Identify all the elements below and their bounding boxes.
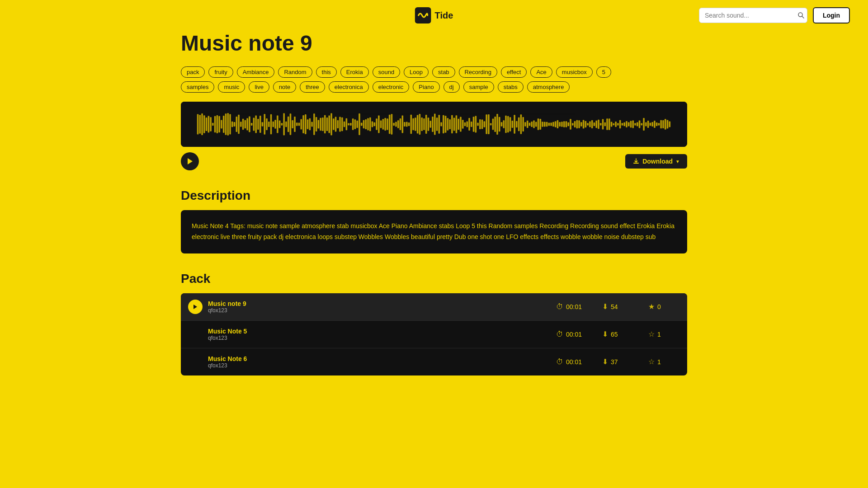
row-play-button[interactable] [188,300,203,314]
svg-rect-200 [619,120,621,128]
svg-rect-214 [650,123,651,126]
download-count-icon: ⬇ [602,302,608,311]
svg-rect-9 [208,116,210,132]
svg-rect-89 [380,120,382,128]
download-button[interactable]: Download ▼ [625,154,687,169]
svg-rect-222 [667,120,669,128]
description-box: Music Note 4 Tags: music note sample atm… [181,210,687,253]
svg-rect-212 [645,122,647,126]
svg-rect-40 [274,120,276,129]
play-button[interactable] [181,152,199,170]
row-title: Music note 9 [208,300,551,307]
tag[interactable]: music [218,81,245,93]
row-downloads: ⬇ 54 [602,302,634,311]
tag[interactable]: fruity [208,66,233,78]
download-count-icon: ⬇ [602,330,608,338]
tag[interactable]: 5 [596,66,611,78]
svg-rect-137 [484,121,486,127]
svg-rect-155 [522,117,524,131]
tag[interactable]: stab [432,66,455,78]
tag[interactable]: Ace [530,66,552,78]
tag[interactable]: sound [373,66,400,78]
svg-rect-84 [369,117,371,131]
svg-rect-42 [279,120,281,128]
tag[interactable]: Ambiance [237,66,275,78]
row-info: Music note 9 qfox123 [208,300,551,314]
tag[interactable]: atmosphere [527,81,570,93]
tag[interactable]: Random [278,66,312,78]
svg-rect-4 [197,114,199,135]
svg-rect-175 [566,121,567,127]
table-row: Music note 9 qfox123 ⏱ 00:01 ⬇ 54 ★ 0 [181,293,687,321]
svg-rect-204 [628,122,630,127]
tag[interactable]: this [316,66,337,78]
svg-rect-220 [662,120,664,128]
svg-rect-181 [578,120,580,128]
tag[interactable]: electronica [329,81,369,93]
svg-rect-120 [447,118,449,131]
tags-row-2: samplesmusiclivenotethreeelectronicaelec… [181,81,687,93]
svg-rect-24 [240,122,242,127]
svg-rect-191 [600,123,602,125]
svg-rect-190 [598,120,599,129]
tag[interactable]: note [273,81,296,93]
tag[interactable]: musicbox [556,66,593,78]
tag[interactable]: sample [463,81,494,93]
svg-rect-48 [292,120,293,128]
svg-rect-205 [630,121,632,127]
pack-table: Music note 9 qfox123 ⏱ 00:01 ⬇ 54 ★ 0 [181,293,687,375]
tag[interactable]: live [249,81,269,93]
tag[interactable]: Piano [413,81,439,93]
svg-rect-127 [462,120,464,129]
chevron-down-icon: ▼ [675,159,680,164]
search-button[interactable] [797,12,805,19]
svg-rect-162 [538,118,539,130]
svg-rect-71 [341,117,343,131]
star-icon: ☆ [648,357,655,366]
svg-rect-183 [583,120,585,128]
svg-rect-114 [434,114,436,135]
waveform-visual [181,102,687,147]
svg-rect-32 [257,119,259,130]
tag[interactable]: effect [501,66,527,78]
svg-rect-209 [639,120,641,128]
tag[interactable]: Loop [404,66,429,78]
svg-rect-122 [451,115,453,134]
svg-line-2 [802,16,804,18]
svg-rect-72 [344,122,345,127]
svg-rect-50 [296,122,298,126]
tag[interactable]: electronic [373,81,410,93]
svg-rect-196 [611,122,613,127]
play-icon [187,158,193,165]
svg-rect-49 [294,117,296,132]
svg-rect-112 [429,121,431,128]
svg-rect-115 [436,117,438,131]
login-button[interactable]: Login [813,7,850,23]
svg-rect-182 [580,122,582,126]
download-count: 54 [611,303,618,310]
star-icon: ☆ [648,330,655,338]
svg-rect-105 [415,117,416,131]
svg-rect-76 [352,118,354,130]
svg-rect-194 [606,118,608,130]
tag[interactable]: Recording [459,66,497,78]
tag[interactable]: stabs [498,81,524,93]
tag[interactable]: pack [181,66,205,78]
duration-value: 00:01 [566,358,582,366]
tag[interactable]: dj [443,81,460,93]
search-input[interactable] [699,8,807,23]
description-text: Music Note 4 Tags: music note sample atm… [192,221,676,243]
svg-rect-101 [406,122,408,127]
svg-rect-85 [372,122,373,127]
svg-rect-0 [415,7,431,23]
tag[interactable]: samples [181,81,214,93]
svg-rect-203 [626,121,627,127]
svg-rect-198 [615,122,617,127]
svg-rect-61 [320,118,321,131]
tag[interactable]: Erokia [340,66,369,78]
tag[interactable]: three [300,81,325,93]
svg-rect-57 [311,122,313,127]
svg-rect-94 [391,114,393,134]
svg-rect-221 [665,119,666,129]
svg-rect-12 [214,116,216,132]
